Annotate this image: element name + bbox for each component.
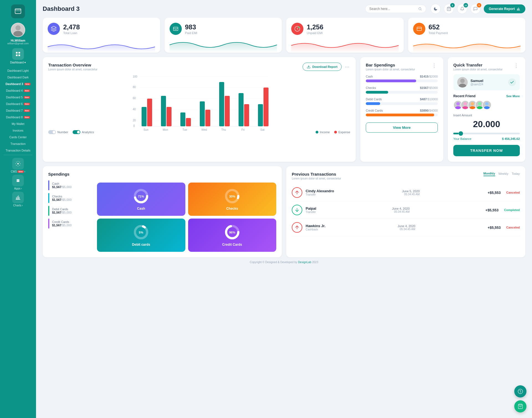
sidebar-item-dashboard-5[interactable]: Dashboard 5New [0, 94, 36, 101]
spendings-title: Spendings [48, 172, 276, 176]
tx-icon-1 [292, 187, 302, 198]
sidebar-item-dashboard-7[interactable]: Dashboard 7New [0, 107, 36, 114]
new-badge: New [24, 116, 30, 119]
svg-rect-40 [239, 93, 244, 126]
spending-item-checks: Checks $1,567/$5,000 [48, 193, 93, 203]
search-input[interactable] [369, 7, 416, 11]
svg-rect-36 [161, 96, 166, 126]
generate-report-button[interactable]: Generate Report [484, 4, 525, 13]
paid-emi-label: Paid EMI [185, 31, 198, 35]
sidebar-item-dashboard-8[interactable]: Dashboard 8New [0, 114, 36, 120]
transfer-amount: 20.000 [453, 119, 520, 129]
apps-icon[interactable] [12, 175, 24, 186]
chart-legend: Number Analytics Income Expense [48, 130, 350, 134]
sidebar-item-dashboard-4[interactable]: Dashboard 4New [0, 87, 36, 94]
analytics-toggle[interactable] [73, 130, 80, 134]
svg-point-14 [298, 27, 300, 28]
tx-status-1: Canceled [506, 191, 520, 194]
charts-label[interactable]: Charts › [13, 204, 23, 207]
svg-text:Sat: Sat [260, 128, 264, 131]
middle-row: Transaction Overview Lorem ipsum dolor s… [43, 57, 525, 162]
notification-button[interactable]: 12 [457, 4, 467, 14]
tab-monthly[interactable]: Monthly [484, 172, 495, 176]
download-icon [307, 65, 311, 69]
bar-spendings-card: Bar Spendings Lorem ipsum dolor sit amet… [360, 57, 443, 162]
spending-bar-debit: Debit Cards $487/$10000 [366, 98, 438, 105]
svg-point-55 [471, 102, 474, 105]
chat-button[interactable]: 5 [470, 4, 480, 14]
footer-brand-link[interactable]: DexignLab [298, 261, 311, 264]
spending-item-debit: Debit Cards $1,567/$5,000 [48, 206, 93, 216]
download-report-button[interactable]: Download Report [303, 63, 342, 71]
cart-float-button[interactable] [514, 400, 526, 412]
bar-spendings-title: Bar Spendings [366, 63, 415, 67]
bar-spendings-more-button[interactable]: ⋮ [431, 63, 438, 69]
cms-icon[interactable] [12, 158, 24, 170]
prev-tx-tabs: Monthly Weekly Today [484, 172, 520, 176]
dashboard-icon[interactable] [12, 48, 24, 60]
svg-rect-37 [180, 112, 185, 126]
sidebar-item-transaction[interactable]: Transaction [0, 140, 36, 147]
support-float-button[interactable] [514, 385, 526, 398]
legend-number: Number [48, 130, 68, 134]
sidebar-item-dashboard-6[interactable]: Dashboard 6New [0, 101, 36, 107]
legend-expense: Expense [334, 130, 350, 134]
svg-point-74 [520, 393, 521, 393]
apps-label[interactable]: Apps › [14, 187, 22, 190]
chat-icon [473, 7, 478, 11]
donut-grid: 71% Cash 30% Checks [97, 183, 276, 252]
total-payment-label: Total Payment [429, 31, 448, 35]
footer: Copyright © Designed & Developed by Dexi… [43, 257, 525, 267]
friend-avatar-5[interactable] [482, 100, 492, 110]
spendings-list: Cash $1,567/$5,000 Checks $1,567/$5,000 [48, 180, 93, 252]
charts-icon[interactable] [12, 192, 24, 203]
recent-friend-section: Recent Friend See More [453, 94, 520, 98]
dashboard-label[interactable]: Dashboard ▾ [10, 61, 26, 64]
sidebar-logo[interactable] [11, 4, 25, 18]
stat-card-total-loan: 2,478 Total Loan [43, 18, 160, 53]
tab-weekly[interactable]: Weekly [498, 172, 508, 176]
sidebar-item-transaction-details[interactable]: Transaction Details [0, 147, 36, 154]
sidebar-item-my-wallet[interactable]: My Wallet [0, 120, 36, 127]
sidebar-email: william@gmail.com [7, 42, 29, 45]
paid-emi-wave [170, 37, 277, 53]
balance-label: Your Balance [453, 137, 471, 140]
sidebar-item-invoices[interactable]: Invoices [0, 127, 36, 134]
new-badge: New [24, 89, 30, 92]
debit-color-bar [48, 206, 49, 216]
spending-item-credit: Credit Cards $1,567/$5,000 [48, 219, 93, 229]
view-more-button[interactable]: View More [366, 122, 438, 133]
amount-slider[interactable] [453, 133, 520, 134]
main-content: Dashboard 3 2 12 5 Generate Report [36, 0, 532, 418]
balance-row: Your Balance $ 456,345.62 [453, 137, 520, 140]
transfer-now-button[interactable]: TRANSFER NOW [453, 145, 520, 156]
tx-row-3: Hawkins Jr. Cashback June 4, 2020 05:34:… [292, 219, 520, 236]
balance-value: $ 456,345.62 [502, 137, 520, 140]
header: Dashboard 3 2 12 5 Generate Report [36, 0, 532, 18]
total-loan-label: Total Loan [63, 31, 80, 35]
sidebar-item-dashboard-3[interactable]: Dashboard 3New [0, 81, 36, 87]
sidebar-item-dashboard-dark[interactable]: Dashboard Dark [0, 74, 36, 81]
svg-point-50 [459, 84, 466, 88]
svg-point-9 [17, 181, 18, 182]
sidebar: Hi,William william@gmail.com Dashboard ▾… [0, 0, 36, 418]
svg-text:60: 60 [133, 97, 136, 100]
total-loan-wave [48, 37, 155, 53]
sidebar-item-dashboard-light[interactable]: Dashboard Light [0, 67, 36, 74]
cart-button[interactable]: 2 [444, 4, 454, 14]
svg-point-60 [484, 106, 490, 110]
svg-text:0: 0 [133, 124, 135, 127]
search-box[interactable] [365, 5, 426, 13]
sidebar-item-cards-center[interactable]: Cards Center [0, 134, 36, 140]
slider-thumb[interactable] [459, 131, 463, 136]
slider-fill [453, 133, 459, 134]
moon-button[interactable] [431, 4, 441, 14]
cms-label[interactable]: CMS New › [11, 170, 25, 173]
number-toggle[interactable] [48, 130, 56, 134]
transaction-more-button[interactable]: ··· [344, 64, 350, 70]
quick-transfer-more-button[interactable]: ⋮ [513, 63, 520, 69]
check-icon[interactable] [508, 78, 516, 86]
tab-today[interactable]: Today [512, 172, 520, 176]
donut-cash-chart: 71% [133, 188, 149, 204]
see-more-link[interactable]: See More [506, 94, 520, 98]
